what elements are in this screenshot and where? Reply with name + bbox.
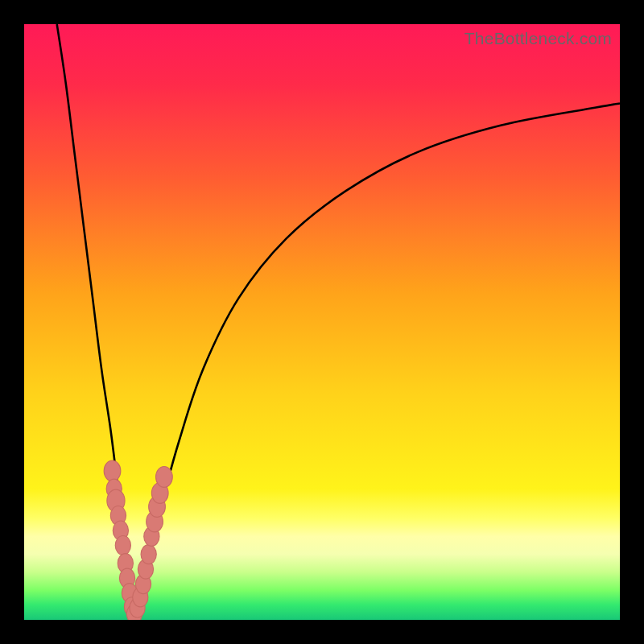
right-curve (133, 103, 620, 610)
marker-cluster (104, 460, 172, 620)
curves-layer (24, 24, 620, 620)
plot-area: TheBottleneck.com (24, 24, 620, 620)
watermark-text: TheBottleneck.com (464, 29, 612, 48)
data-marker (141, 545, 156, 564)
data-marker (156, 466, 173, 487)
outer-frame: TheBottleneck.com (0, 0, 644, 644)
data-marker (104, 460, 121, 481)
data-marker (115, 535, 130, 555)
